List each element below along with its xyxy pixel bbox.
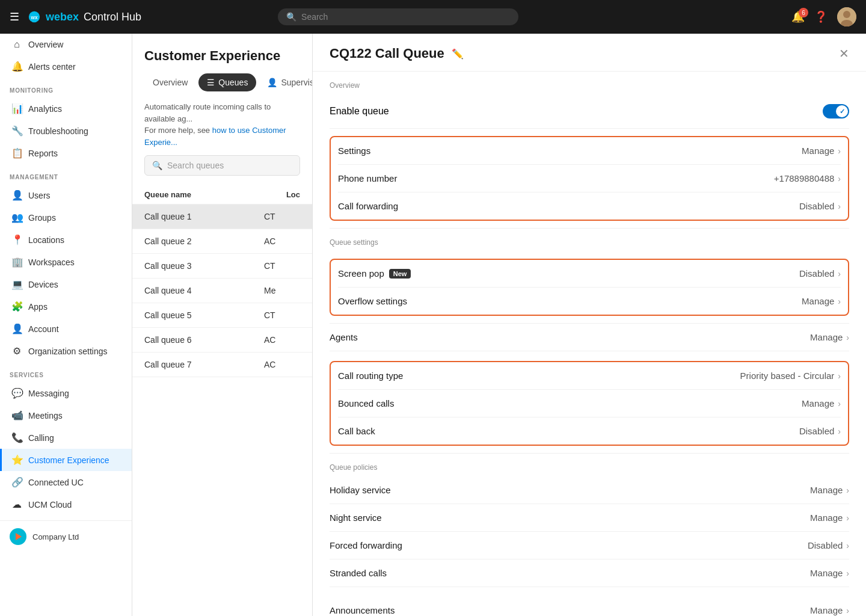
phone-number-row[interactable]: Phone number +17889880488 › [338,165,841,192]
forced-forwarding-label: Forced forwarding [330,540,402,550]
announcements-label: Announcements [330,605,395,615]
sidebar-item-account[interactable]: 👤 Account [0,318,132,340]
meetings-icon: 📹 [11,410,22,421]
queue-loc-4: Me [264,286,300,295]
queue-loc-2: AC [264,236,300,246]
sidebar-item-analytics-label: Analytics [28,104,62,114]
hamburger-menu[interactable]: ☰ [10,10,19,23]
agents-row[interactable]: Agents Manage › [330,323,849,351]
queue-search-input[interactable] [167,161,292,170]
sidebar-item-locations-label: Locations [28,235,64,245]
call-back-label: Call back [338,426,375,436]
enable-queue-toggle[interactable]: ✓ [823,104,849,119]
holiday-service-label: Holiday service [330,485,391,495]
queue-name-5: Call queue 5 [144,310,264,320]
messaging-icon: 💬 [11,387,22,399]
night-service-row[interactable]: Night service Manage › [330,504,849,532]
help-button[interactable]: ❓ [814,10,828,23]
sidebar-item-alerts-label: Alerts center [28,62,76,72]
stranded-calls-chevron: › [846,568,849,578]
overview-section-label: Overview [330,72,849,94]
sidebar-item-devices[interactable]: 💻 Devices [0,273,132,295]
user-avatar[interactable] [837,7,856,26]
call-back-row[interactable]: Call back Disabled › [338,417,841,445]
sidebar-item-analytics[interactable]: 📊 Analytics [0,97,132,120]
sidebar-item-reports[interactable]: 📋 Reports [0,142,132,164]
workspaces-icon: 🏢 [11,256,22,268]
night-service-value: Manage › [810,513,849,523]
queue-name-2: Call queue 2 [144,236,264,246]
agents-value: Manage › [810,332,849,342]
stranded-calls-row[interactable]: Stranded calls Manage › [330,559,849,587]
bounced-calls-row[interactable]: Bounced calls Manage › [338,390,841,417]
sidebar-item-apps[interactable]: 🧩 Apps [0,295,132,318]
monitoring-section-label: MONITORING [0,78,132,97]
sidebar-item-meetings[interactable]: 📹 Meetings [0,404,132,427]
queue-search-icon: 🔍 [152,161,162,170]
agents-label: Agents [330,332,358,342]
overflow-settings-chevron: › [838,297,841,306]
settings-chevron: › [838,146,841,156]
announcements-row[interactable]: Announcements Manage › [330,597,849,616]
sidebar-item-groups[interactable]: 👥 Groups [0,206,132,229]
sidebar-item-connected-uc[interactable]: 🔗 Connected UC [0,471,132,493]
alerts-icon: 🔔 [11,61,22,72]
queue-row-5[interactable]: Call queue 5 CT [132,303,312,328]
queue-row-3[interactable]: Call queue 3 CT [132,254,312,279]
queue-name-4: Call queue 4 [144,286,264,295]
reports-icon: 📋 [11,147,22,159]
search-input[interactable] [301,12,510,22]
routing-outlined-section: Call routing type Priority based - Circu… [330,361,849,446]
screen-pop-row[interactable]: Screen pop New Disabled › [338,260,841,288]
overview-icon: ⌂ [11,39,22,50]
notifications-button[interactable]: 🔔 6 [791,10,805,23]
sidebar-item-calling[interactable]: 📞 Calling [0,427,132,449]
forced-forwarding-row[interactable]: Forced forwarding Disabled › [330,532,849,559]
queue-row-2[interactable]: Call queue 2 AC [132,229,312,254]
forced-forwarding-chevron: › [846,541,849,550]
holiday-service-row[interactable]: Holiday service Manage › [330,476,849,504]
logo-appname-text: Control Hub [84,11,141,23]
sidebar-item-users[interactable]: 👤 Users [0,184,132,206]
troubleshooting-icon: 🔧 [11,125,22,137]
settings-row[interactable]: Settings Manage › [338,137,841,165]
tab-supervisor[interactable]: 👤 Supervis... [259,73,313,91]
sidebar-item-org-settings[interactable]: ⚙ Organization settings [0,340,132,362]
sidebar-item-locations[interactable]: 📍 Locations [0,229,132,251]
queue-row-1[interactable]: Call queue 1 CT [132,205,312,229]
call-routing-type-chevron: › [838,371,841,381]
help-link[interactable]: how to use Customer Experie... [144,126,286,147]
sidebar-item-troubleshooting-label: Troubleshooting [28,126,88,136]
queue-row-6[interactable]: Call queue 6 AC [132,328,312,353]
call-back-value: Disabled › [799,426,841,436]
tab-queues[interactable]: ☰ Queues [198,73,256,91]
apps-icon: 🧩 [11,301,22,312]
users-icon: 👤 [11,189,22,201]
announcements-value: Manage › [810,605,849,615]
sidebar-item-messaging-label: Messaging [28,389,69,398]
call-routing-type-row[interactable]: Call routing type Priority based - Circu… [338,362,841,390]
call-forwarding-chevron: › [838,202,841,211]
queue-loc-5: CT [264,310,300,320]
sidebar-item-ucm-cloud[interactable]: ☁ UCM Cloud [0,493,132,516]
close-button[interactable]: ✕ [839,46,849,61]
call-forwarding-row[interactable]: Call forwarding Disabled › [338,192,841,220]
bounced-calls-value: Manage › [802,398,841,408]
queue-row-4[interactable]: Call queue 4 Me [132,279,312,303]
edit-button[interactable]: ✏️ [452,48,464,60]
queue-row-7[interactable]: Call queue 7 AC [132,353,312,377]
sidebar-item-customer-experience[interactable]: ⭐ Customer Experience [0,449,132,471]
sidebar-item-messaging[interactable]: 💬 Messaging [0,382,132,404]
company-logo [10,528,26,545]
queue-search-bar[interactable]: 🔍 [144,155,300,176]
tab-overview[interactable]: Overview [144,73,196,91]
enable-queue-row: Enable queue ✓ [330,94,849,129]
sidebar-item-overview[interactable]: ⌂ Overview [0,34,132,55]
settings-value: Manage › [802,146,841,156]
sidebar-item-workspaces[interactable]: 🏢 Workspaces [0,251,132,273]
search-bar[interactable]: 🔍 [278,8,518,25]
sidebar-item-alerts[interactable]: 🔔 Alerts center [0,55,132,78]
left-panel-header: Customer Experience Overview ☰ Queues 👤 … [132,34,312,185]
sidebar-item-troubleshooting[interactable]: 🔧 Troubleshooting [0,120,132,142]
overflow-settings-row[interactable]: Overflow settings Manage › [338,288,841,315]
